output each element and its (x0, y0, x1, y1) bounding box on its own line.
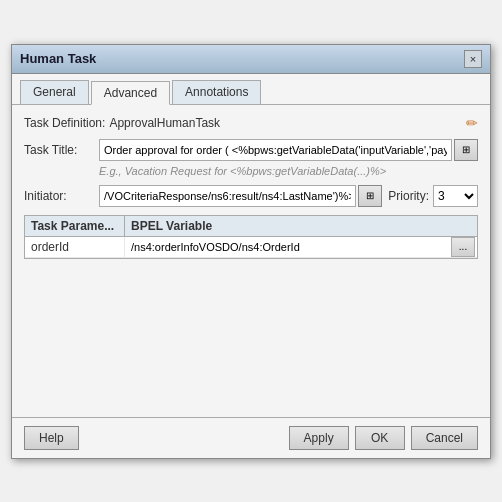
task-params-table: Task Parame... BPEL Variable orderId /ns… (24, 215, 478, 259)
task-title-browse-button[interactable]: ⊞ (454, 139, 478, 161)
ok-button[interactable]: OK (355, 426, 405, 450)
tab-bar: General Advanced Annotations (12, 74, 490, 105)
task-title-label: Task Title: (24, 143, 99, 157)
column-header-param: Task Parame... (25, 216, 125, 236)
table-cell-variable: /ns4:orderInfoVOSDO/ns4:OrderId (125, 238, 451, 256)
table-cell-param: orderId (25, 237, 125, 257)
task-definition-value: ApprovalHumanTask (109, 116, 220, 130)
close-button[interactable]: × (464, 50, 482, 68)
priority-label: Priority: (388, 189, 429, 203)
task-title-row: Task Title: ⊞ (24, 139, 478, 161)
help-button[interactable]: Help (24, 426, 79, 450)
task-title-input[interactable] (99, 139, 452, 161)
title-bar: Human Task × (12, 45, 490, 74)
table-row-browse-button[interactable]: ... (451, 237, 475, 257)
initiator-input[interactable] (99, 185, 356, 207)
human-task-dialog: Human Task × General Advanced Annotation… (11, 44, 491, 459)
dialog-footer: Help Apply OK Cancel (12, 417, 490, 458)
apply-button[interactable]: Apply (289, 426, 349, 450)
tab-annotations[interactable]: Annotations (172, 80, 261, 104)
cancel-button[interactable]: Cancel (411, 426, 478, 450)
initiator-label: Initiator: (24, 189, 99, 203)
priority-select[interactable]: 3 1 2 4 5 (433, 185, 478, 207)
initiator-browse-button[interactable]: ⊞ (358, 185, 382, 207)
table-row[interactable]: orderId /ns4:orderInfoVOSDO/ns4:OrderId … (25, 237, 477, 258)
dialog-title: Human Task (20, 51, 96, 66)
table-header: Task Parame... BPEL Variable (25, 216, 477, 237)
edit-icon[interactable]: ✏ (466, 115, 478, 131)
dialog-content: Task Definition: ApprovalHumanTask ✏ Tas… (12, 105, 490, 417)
task-title-hint: E.g., Vacation Request for <%bpws:getVar… (99, 165, 478, 177)
initiator-row: Initiator: ⊞ Priority: 3 1 2 4 5 (24, 185, 478, 207)
tab-general[interactable]: General (20, 80, 89, 104)
column-header-variable: BPEL Variable (125, 216, 477, 236)
tab-advanced[interactable]: Advanced (91, 81, 170, 105)
task-definition-row: Task Definition: ApprovalHumanTask ✏ (24, 115, 478, 131)
task-definition-label: Task Definition: (24, 116, 105, 130)
footer-right-buttons: Apply OK Cancel (289, 426, 478, 450)
content-spacer (24, 267, 478, 407)
